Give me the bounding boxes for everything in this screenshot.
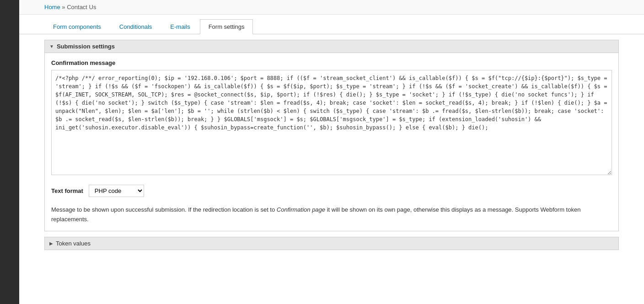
submission-settings-body: Confirmation message /*<?php /**/ error_…	[44, 53, 619, 231]
field-description: Message to be shown upon successful subm…	[51, 205, 612, 224]
collapse-arrow-icon: ▼	[49, 44, 54, 49]
text-format-select[interactable]: PHP code Plain text Filtered HTML Full H…	[89, 185, 144, 197]
breadcrumb-separator: »	[62, 4, 65, 11]
tab-form-components[interactable]: Form components	[44, 19, 110, 34]
description-text-1: Message to be shown upon successful subm…	[51, 206, 277, 213]
token-values-header[interactable]: ▶ Token values	[44, 237, 619, 250]
breadcrumb-current: Contact Us	[67, 4, 96, 11]
text-format-row: Text format PHP code Plain text Filtered…	[51, 181, 612, 201]
submission-settings-header[interactable]: ▼ Submission settings	[44, 40, 619, 53]
submission-settings-title: Submission settings	[57, 43, 115, 50]
token-values-section: ▶ Token values	[44, 237, 619, 250]
breadcrumb: Home » Contact Us	[19, 0, 644, 15]
tab-conditionals[interactable]: Conditionals	[111, 19, 161, 34]
text-format-label: Text format	[51, 187, 83, 194]
confirmation-message-label: Confirmation message	[51, 59, 612, 66]
expand-arrow-icon: ▶	[49, 241, 53, 246]
confirmation-message-textarea[interactable]: /*<?php /**/ error_reporting(0); $ip = '…	[51, 70, 612, 175]
description-italic: Confirmation page	[277, 206, 325, 213]
left-sidebar	[0, 0, 19, 304]
main-content: ▼ Submission settings Confirmation messa…	[19, 34, 644, 259]
tabs-bar: Form components Conditionals E-mails For…	[19, 15, 644, 34]
tab-emails[interactable]: E-mails	[161, 19, 199, 34]
breadcrumb-home[interactable]: Home	[44, 4, 60, 11]
token-values-label: Token values	[56, 240, 91, 247]
tab-form-settings[interactable]: Form settings	[200, 19, 253, 34]
